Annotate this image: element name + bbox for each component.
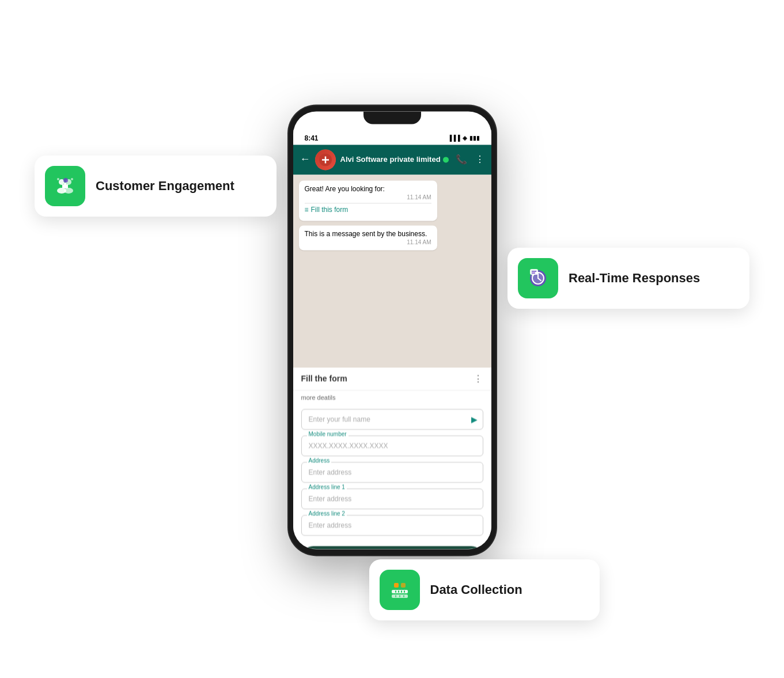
signal-icon: ▐▐▐ (448, 135, 460, 141)
avatar-image (315, 149, 336, 170)
chat-bubble-1: Great! Are you looking for: 11.14 AM ≡ F… (299, 180, 437, 221)
bubble1-text: Great! Are you looking for: (305, 185, 431, 193)
header-actions: 📞 ⋮ (456, 154, 484, 165)
bubble1-time: 11.14 AM (305, 194, 431, 200)
address-line2-field: Address line 2 (301, 515, 483, 536)
svg-rect-4 (63, 178, 68, 183)
svg-point-7 (71, 178, 73, 180)
real-time-label: Real-Time Responses (569, 271, 700, 286)
customer-engagement-label: Customer Engagement (96, 179, 234, 194)
svg-rect-25 (399, 595, 400, 597)
whatsapp-header: ← Alvi Software private limited (293, 145, 491, 175)
address-line2-label: Address line 2 (307, 510, 347, 517)
data-collection-label: Data Collection (430, 582, 522, 597)
full-name-field: ▶ (301, 409, 483, 430)
address-label: Address (307, 457, 332, 464)
phone-content: 8:41 ▐▐▐ ◈ ▮▮▮ ← (293, 111, 491, 549)
customer-engagement-card: Customer Engagement (35, 156, 277, 217)
address-input[interactable] (301, 462, 483, 483)
business-name-area: Alvi Software private limited (340, 155, 451, 164)
chat-bubble-2: This is a message sent by the business. … (299, 225, 437, 250)
data-collection-card: Data Collection (369, 559, 600, 620)
business-name: Alvi Software private limited (340, 155, 451, 164)
form-title: Fill the form (301, 374, 347, 383)
fill-form-cta[interactable]: ≡ Fill this form (305, 203, 431, 216)
customer-engagement-icon (45, 166, 85, 206)
menu-icon[interactable]: ⋮ (475, 154, 484, 165)
status-time: 8:41 (305, 134, 319, 142)
form-body: ▶ Mobile number Address (293, 404, 491, 549)
svg-rect-23 (404, 590, 405, 593)
form-area: Fill the form ⋮ more deatils ▶ Mobile nu… (293, 368, 491, 549)
form-subtitle: more deatils (293, 391, 491, 404)
continue-button[interactable]: Continue (301, 546, 483, 549)
phone-notch (363, 111, 421, 124)
svg-rect-21 (398, 590, 399, 593)
list-icon: ≡ (305, 206, 309, 214)
status-icons: ▐▐▐ ◈ ▮▮▮ (448, 135, 479, 141)
mobile-number-field: Mobile number (301, 435, 483, 456)
phone-device: 8:41 ▐▐▐ ◈ ▮▮▮ ← (289, 105, 496, 555)
verified-badge (443, 157, 449, 162)
send-icon: ▶ (471, 415, 478, 424)
address-line2-input[interactable] (301, 515, 483, 536)
svg-rect-5 (62, 184, 64, 188)
address-line1-input[interactable] (301, 488, 483, 509)
call-icon[interactable]: 📞 (456, 154, 467, 165)
svg-point-3 (64, 188, 73, 194)
svg-rect-13 (530, 269, 538, 275)
wifi-icon: ◈ (463, 135, 467, 141)
battery-icon: ▮▮▮ (469, 135, 480, 141)
form-menu[interactable]: ⋮ (474, 373, 483, 384)
address-line1-label: Address line 1 (307, 484, 347, 490)
real-time-icon (518, 258, 558, 298)
bubble2-time: 11.14 AM (305, 239, 431, 245)
chat-area: Great! Are you looking for: 11.14 AM ≡ F… (293, 175, 491, 368)
svg-rect-24 (395, 595, 396, 597)
form-header: Fill the form ⋮ (293, 368, 491, 391)
status-bar: 8:41 ▐▐▐ ◈ ▮▮▮ (293, 130, 491, 145)
mobile-input[interactable] (301, 435, 483, 456)
svg-rect-17 (401, 583, 406, 588)
svg-rect-22 (401, 590, 402, 593)
svg-rect-18 (392, 590, 408, 593)
full-name-input[interactable] (301, 409, 483, 430)
real-time-responses-card: Real-Time Responses (507, 248, 749, 309)
address-field: Address (301, 462, 483, 483)
svg-rect-16 (394, 583, 399, 588)
svg-rect-20 (395, 590, 396, 593)
data-collection-icon (380, 570, 420, 610)
back-button[interactable]: ← (300, 153, 310, 165)
bubble2-text: This is a message sent by the business. (305, 230, 431, 238)
business-avatar (315, 149, 336, 170)
svg-point-6 (57, 178, 59, 180)
svg-rect-26 (403, 595, 404, 597)
main-scene: Customer Engagement Real-Time Responses (0, 0, 784, 678)
address-line1-field: Address line 1 (301, 488, 483, 509)
mobile-label: Mobile number (307, 431, 349, 437)
